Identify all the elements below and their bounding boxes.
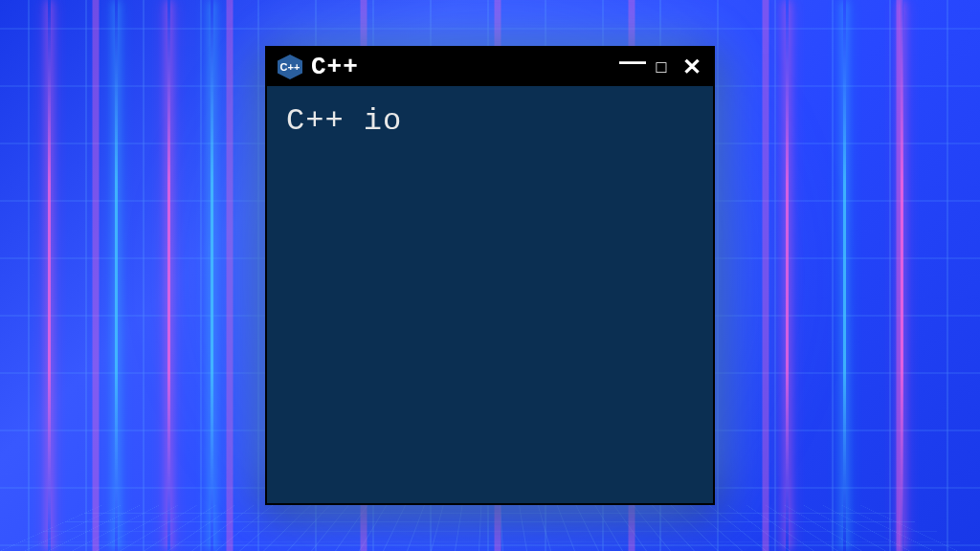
terminal-content[interactable]: C++ io — [267, 86, 713, 503]
titlebar[interactable]: C++ C++ — □ ✕ — [267, 48, 713, 86]
minimize-button[interactable]: — — [619, 48, 642, 75]
window-title: C++ — [311, 53, 612, 81]
cpp-icon: C++ — [277, 54, 303, 80]
terminal-window: C++ C++ — □ ✕ C++ io — [265, 46, 715, 505]
terminal-text: C++ io — [286, 103, 402, 139]
grid-decoration — [0, 505, 980, 551]
close-button[interactable]: ✕ — [680, 55, 703, 78]
window-controls: — □ ✕ — [619, 54, 703, 80]
maximize-button[interactable]: □ — [650, 58, 673, 76]
